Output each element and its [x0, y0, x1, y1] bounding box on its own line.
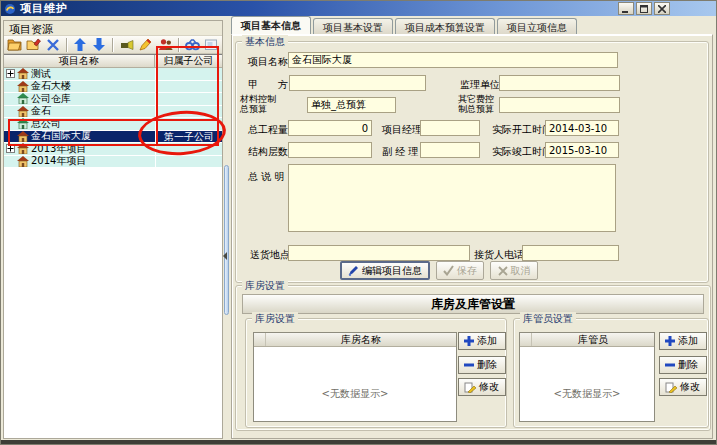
- save-button[interactable]: 保存: [436, 261, 484, 280]
- actual-start-input[interactable]: [545, 120, 619, 136]
- tree-row[interactable]: 公司仓库: [4, 93, 222, 106]
- edit-folder-icon[interactable]: [25, 37, 42, 53]
- edit-project-button[interactable]: 编辑项目信息: [340, 261, 430, 280]
- actual-end-input[interactable]: [545, 142, 619, 158]
- other-budget-input[interactable]: [499, 97, 620, 113]
- delivery-address-input[interactable]: [288, 245, 470, 261]
- deputy-manager-label: 副 经 理: [382, 145, 418, 159]
- no-data-text: <无数据显示>: [520, 347, 654, 401]
- panel-title: 项目资源: [4, 21, 222, 36]
- collapse-arrow-icon[interactable]: [223, 252, 227, 260]
- other-budget-label: 其它费控制总预算: [458, 94, 502, 114]
- keeper-column: 库管员: [532, 333, 654, 346]
- receiver-phone-label: 接货人电话: [474, 248, 524, 262]
- tab-project-approval[interactable]: 项目立项信息: [497, 18, 577, 34]
- basic-info-group: 基本信息 项目名称* 甲 方 监理单位 材料控制总预算 其它费控制总预算 总工程…: [235, 41, 709, 283]
- expand-icon[interactable]: [6, 69, 15, 78]
- preview-icon-disabled: [203, 37, 220, 53]
- structure-floors-label: 结构层数: [248, 145, 288, 159]
- warehouse-add-button[interactable]: 添加: [458, 332, 506, 350]
- modify-pencil-icon[interactable]: [137, 37, 154, 53]
- deputy-manager-input[interactable]: [420, 142, 480, 158]
- tree-item-label: 2014年项目: [31, 156, 86, 168]
- find-icon[interactable]: [184, 37, 201, 53]
- expand-icon[interactable]: [6, 144, 15, 153]
- project-manager-input[interactable]: [420, 120, 480, 136]
- warehouse-delete-button[interactable]: 删除: [458, 356, 506, 374]
- column-header-subsidiary: 归属子公司: [155, 55, 222, 67]
- splitter-handle[interactable]: [224, 165, 229, 315]
- detail-panel: 项目基本信息 项目基本设置 项目成本预算设置 项目立项信息 基本信息 项目名称*…: [231, 11, 713, 439]
- table-header: 库管员: [520, 333, 654, 347]
- move-up-icon[interactable]: [72, 37, 89, 53]
- material-budget-input[interactable]: [307, 97, 396, 113]
- tree-row-selected[interactable]: 金石国际大厦 第一子公司: [4, 131, 222, 144]
- structure-floors-input[interactable]: [288, 142, 372, 158]
- delete-icon[interactable]: [44, 37, 61, 53]
- subsidiary-cell: [155, 106, 222, 118]
- actual-end-label: 实际竣工时间: [492, 145, 552, 159]
- toolbar-separator: [112, 38, 114, 52]
- description-label: 总 说 明: [248, 170, 284, 184]
- warehouse-header-bar: 库房及库管设置: [242, 294, 704, 314]
- project-maintenance-window: 项目维护 项目资源 项目名称 归属子公司: [0, 0, 717, 445]
- move-down-icon[interactable]: [91, 37, 108, 53]
- keeper-modify-button[interactable]: 修改: [659, 378, 707, 396]
- tree-row[interactable]: 2014年项目: [4, 156, 222, 169]
- total-quantity-input[interactable]: [288, 120, 372, 136]
- warehouse-modify-button[interactable]: 修改: [458, 378, 506, 396]
- tree-toolbar: [4, 36, 222, 54]
- subsidiary-cell: [155, 81, 222, 93]
- tree-row[interactable]: 测试: [4, 68, 222, 81]
- users-icon[interactable]: [156, 37, 173, 53]
- subsidiary-cell: [155, 143, 222, 155]
- tab-cost-budget-settings[interactable]: 项目成本预算设置: [395, 18, 495, 34]
- keeper-add-button[interactable]: 添加: [659, 332, 707, 350]
- tab-bar: 项目基本信息 项目基本设置 项目成本预算设置 项目立项信息: [231, 16, 579, 34]
- tree-row[interactable]: 金石: [4, 106, 222, 119]
- open-folder-icon[interactable]: [6, 37, 23, 53]
- view-icon[interactable]: [118, 37, 135, 53]
- tab-basic-info[interactable]: 项目基本信息: [231, 16, 311, 34]
- no-data-text: <无数据显示>: [254, 347, 456, 401]
- toolbar-separator: [178, 38, 180, 52]
- tree-row[interactable]: 总公司: [4, 118, 222, 131]
- tree-item-label: 总公司: [31, 118, 61, 130]
- keeper-group: 库管员设置 库管员 <无数据显示> 添加 删除 修改: [513, 318, 709, 428]
- house-green-icon: [17, 93, 29, 104]
- warehouse-left-group: 库房设置 库房名称 <无数据显示> 添加 删除 修改: [245, 318, 507, 428]
- group-title: 库房设置: [252, 312, 298, 326]
- project-name-input[interactable]: [288, 52, 618, 68]
- tree-item-label: 金石: [31, 106, 51, 118]
- modify-icon: [665, 382, 677, 393]
- tree-row[interactable]: 金石大楼: [4, 81, 222, 94]
- keeper-delete-button[interactable]: 删除: [659, 356, 707, 374]
- house-icon: [17, 81, 29, 92]
- supervisor-input[interactable]: [499, 75, 620, 91]
- panel-splitter[interactable]: [223, 20, 231, 439]
- group-title: 库房设置: [242, 279, 288, 293]
- house-icon: [17, 131, 29, 142]
- x-icon: [498, 266, 508, 276]
- cancel-button[interactable]: 取消: [490, 261, 538, 280]
- tab-basic-settings[interactable]: 项目基本设置: [313, 18, 393, 34]
- project-resource-panel: 项目资源 项目名称 归属子公司 测试: [3, 20, 223, 439]
- tree-row[interactable]: 2013年项目: [4, 143, 222, 156]
- subsidiary-cell: [155, 118, 222, 130]
- plus-icon: [464, 336, 474, 346]
- material-budget-label: 材料控制总预算: [240, 94, 284, 114]
- house-green-icon: [17, 118, 29, 129]
- subsidiary-cell: [155, 156, 222, 168]
- tree-item-label: 金石国际大厦: [31, 131, 91, 143]
- keeper-table: 库管员 <无数据显示>: [519, 332, 655, 422]
- subsidiary-cell: [155, 68, 222, 80]
- house-icon: [17, 106, 29, 117]
- party-a-input[interactable]: [289, 75, 426, 91]
- party-a-label: 甲 方: [248, 78, 288, 92]
- warehouse-table: 库房名称 <无数据显示>: [253, 332, 457, 422]
- receiver-phone-input[interactable]: [522, 245, 619, 261]
- row-indicator-stub: [254, 333, 266, 346]
- plus-icon: [665, 336, 675, 346]
- warehouse-group: 库房设置 库房及库管设置 库房设置 库房名称 <无数据显示> 添加 删除: [235, 285, 711, 431]
- description-textarea[interactable]: [288, 164, 616, 232]
